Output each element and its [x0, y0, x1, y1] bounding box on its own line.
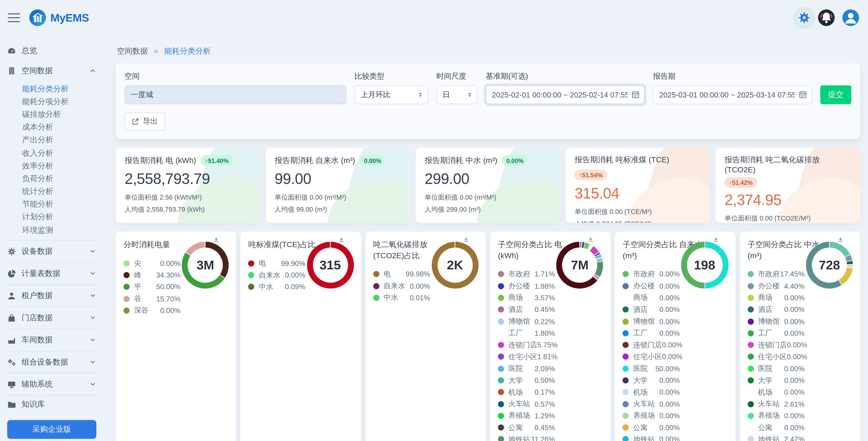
sidebar-subitem[interactable]: 节能分析 — [22, 198, 97, 211]
sidebar-subitem[interactable]: 统计分析 — [22, 185, 97, 198]
legend-item[interactable]: 酒店0.00% — [623, 304, 680, 316]
sidebar-subitem[interactable]: 环境监测 — [22, 224, 97, 237]
legend-item[interactable]: 养殖场0.00% — [748, 410, 805, 422]
legend-item[interactable]: 峰34.30% — [124, 269, 181, 281]
settings-gear-icon[interactable] — [798, 11, 810, 24]
legend-item[interactable]: 养殖场0.00% — [623, 410, 680, 422]
reporting-period-input[interactable] — [653, 85, 812, 104]
breadcrumb-parent[interactable]: 空间数据 — [117, 47, 148, 56]
legend-item[interactable]: 机场0.00% — [623, 386, 680, 398]
menu-toggle-icon[interactable] — [8, 13, 20, 22]
legend-item[interactable]: 火车站0.00% — [623, 398, 680, 410]
donut-chart[interactable]: 728 — [805, 241, 854, 289]
sidebar-subitem[interactable]: 计划分析 — [22, 211, 97, 224]
sidebar-subitem[interactable]: 碳排放分析 — [22, 108, 97, 121]
legend-item[interactable]: 地铁站11.26% — [498, 434, 555, 441]
legend-item[interactable]: 深谷0.00% — [124, 304, 181, 317]
legend-item[interactable]: 养殖场1.29% — [498, 410, 555, 422]
donut-chart[interactable]: 198 — [681, 241, 729, 289]
sidebar-item-3[interactable]: 计量表数据 — [7, 262, 96, 285]
legend-item[interactable]: 连锁门店0.00% — [623, 339, 680, 351]
sidebar-subitem[interactable]: 产出分析 — [22, 134, 97, 147]
sidebar-item-2[interactable]: 设备数据 — [7, 240, 96, 262]
legend-item[interactable]: 大学0.00% — [623, 374, 680, 386]
legend-item[interactable]: 火车站0.57% — [498, 398, 555, 410]
legend-item[interactable]: 博物馆0.00% — [748, 316, 805, 327]
sidebar-subitem[interactable]: 收入分析 — [22, 147, 97, 160]
legend-item[interactable]: 医院0.00% — [748, 362, 805, 374]
legend-item[interactable]: 自来水0.00% — [248, 269, 305, 281]
sidebar-item-1[interactable]: 空间数据 — [7, 60, 96, 81]
legend-item[interactable]: 住宅小区1.81% — [498, 351, 555, 363]
comparison-type-select[interactable]: 上月环比 — [354, 85, 428, 104]
legend-item[interactable]: 公寓0.00% — [748, 422, 805, 434]
legend-item[interactable]: 中水0.01% — [373, 292, 430, 304]
calendar-icon[interactable] — [631, 90, 640, 99]
legend-item[interactable]: 大学0.50% — [498, 374, 555, 386]
breadcrumb-current[interactable]: 能耗分类分析 — [164, 47, 211, 56]
sidebar-item-7[interactable]: 组合设备数据 — [7, 351, 96, 373]
sidebar-item-9[interactable]: 知识库 — [7, 395, 96, 413]
legend-item[interactable]: 公寓0.00% — [623, 422, 680, 434]
donut-chart[interactable]: 3M — [181, 241, 229, 289]
legend-item[interactable]: 尖0.00% — [124, 257, 181, 269]
legend-item[interactable]: 酒店0.00% — [748, 304, 805, 316]
legend-item[interactable]: 中水0.09% — [248, 281, 305, 293]
brand-link[interactable]: MyEMS — [29, 9, 89, 27]
sidebar-subitem[interactable]: 负荷分析 — [22, 173, 97, 185]
legend-item[interactable]: 工厂0.00% — [748, 327, 805, 339]
legend-item[interactable]: 机场0.00% — [748, 386, 805, 398]
legend-item[interactable]: 住宅小区0.00% — [748, 351, 805, 363]
sidebar-subitem-active[interactable]: 能耗分类分析 — [22, 83, 97, 95]
legend-item[interactable]: 谷15.70% — [124, 293, 181, 304]
legend-item[interactable]: 办公楼0.00% — [623, 280, 680, 292]
legend-item[interactable]: 平50.00% — [124, 281, 181, 293]
sidebar-item-4[interactable]: 租户数据 — [7, 284, 96, 307]
legend-item[interactable]: 电99.98% — [373, 268, 430, 280]
sidebar-item-6[interactable]: 车间数据 — [7, 329, 96, 351]
legend-item[interactable]: 酒店0.45% — [498, 304, 555, 316]
export-button[interactable]: 导出 — [125, 113, 165, 130]
legend-item[interactable]: 工厂0.00% — [623, 327, 680, 339]
legend-item[interactable]: 连锁门店5.75% — [498, 339, 555, 351]
sidebar-item-0[interactable]: 总览 — [7, 42, 96, 60]
donut-chart[interactable]: 7M — [556, 241, 604, 289]
legend-item[interactable]: 医院2.09% — [498, 362, 555, 374]
base-period-input[interactable] — [486, 85, 645, 104]
legend-item[interactable]: 博物馆0.00% — [623, 316, 680, 327]
legend-item[interactable]: 住宅小区0.00% — [623, 351, 680, 363]
donut-chart[interactable]: 315 — [306, 241, 354, 289]
legend-item[interactable]: 连锁门店0.00% — [748, 339, 805, 351]
sidebar-item-8[interactable]: 辅助系统 — [7, 373, 96, 395]
legend-item[interactable]: 办公楼4.40% — [748, 280, 805, 292]
donut-chart[interactable]: 2K — [431, 241, 479, 289]
legend-item[interactable]: 地铁站0.00% — [623, 434, 680, 441]
calendar-icon[interactable] — [799, 90, 807, 99]
legend-item[interactable]: 市政府0.00% — [623, 268, 680, 280]
legend-item[interactable]: 工厂1.80% — [498, 327, 555, 339]
notifications-bell-icon[interactable] — [818, 9, 835, 26]
legend-item[interactable]: 商场3.57% — [498, 292, 555, 304]
legend-item[interactable]: 博物馆0.22% — [498, 316, 555, 327]
legend-item[interactable]: 商场0.00% — [748, 292, 805, 304]
sidebar-item-5[interactable]: 门店数据 — [7, 307, 96, 329]
user-avatar[interactable] — [842, 9, 859, 26]
sidebar-subitem[interactable]: 能耗分项分析 — [22, 95, 97, 109]
legend-item[interactable]: 公寓0.45% — [498, 422, 555, 434]
legend-item[interactable]: 办公楼1.98% — [498, 280, 555, 292]
legend-item[interactable]: 自来水0.00% — [373, 280, 430, 292]
period-type-select[interactable]: 日 — [436, 85, 477, 104]
sidebar-subitem[interactable]: 效率分析 — [22, 159, 97, 173]
legend-item[interactable]: 火车站2.61% — [748, 398, 805, 410]
legend-item[interactable]: 机场0.17% — [498, 386, 555, 398]
legend-item[interactable]: 商场0.00% — [623, 292, 680, 304]
legend-item[interactable]: 大学0.00% — [748, 374, 805, 386]
legend-item[interactable]: 地铁站2.47% — [748, 434, 805, 441]
sidebar-subitem[interactable]: 成本分析 — [22, 121, 97, 134]
space-input[interactable] — [125, 85, 346, 104]
legend-item[interactable]: 市政府17.45% — [748, 268, 805, 280]
legend-item[interactable]: 医院50.00% — [623, 362, 680, 374]
legend-item[interactable]: 市政府1.71% — [498, 268, 555, 280]
submit-button[interactable]: 提交 — [820, 85, 851, 104]
legend-item[interactable]: 电99.90% — [248, 257, 305, 269]
